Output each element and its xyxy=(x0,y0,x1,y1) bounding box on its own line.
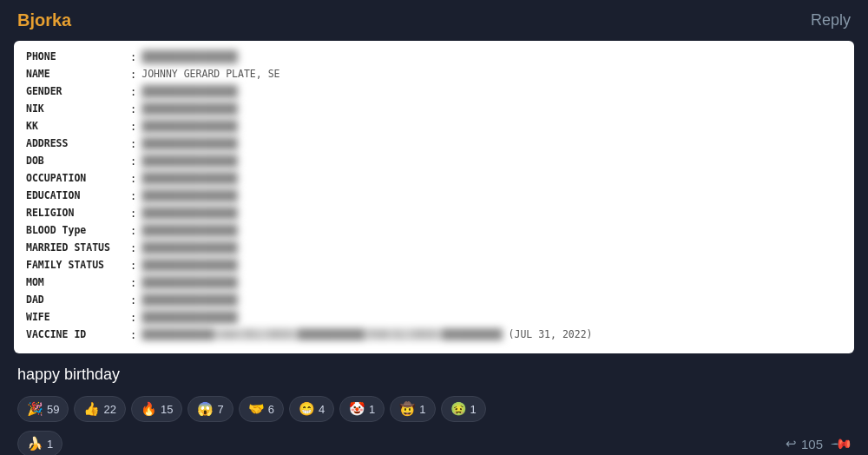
reaction-pill[interactable]: 🤠1 xyxy=(390,396,435,422)
data-row: ADDRESS:████████████████ xyxy=(26,136,842,152)
reaction-emoji: 🎉 xyxy=(27,401,43,417)
message-text: happy birthday xyxy=(0,353,868,389)
field-label: EDUCATION xyxy=(26,188,130,204)
pin-icon: 📌 xyxy=(830,432,854,455)
reaction-count: 22 xyxy=(103,403,115,416)
field-colon: : xyxy=(130,293,136,308)
reaction-emoji: 🤝 xyxy=(248,401,265,417)
field-colon: : xyxy=(130,275,136,291)
data-row: VACCINE ID:████████████ Jan 31, 2021 ███… xyxy=(26,327,842,343)
field-colon: : xyxy=(130,154,136,169)
field-value: ████████████████ xyxy=(141,258,238,274)
field-colon: : xyxy=(130,206,136,221)
banana-emoji: 🍌 xyxy=(27,436,43,452)
field-label: KK xyxy=(26,119,130,135)
field-label: BLOOD Type xyxy=(26,223,130,239)
field-value: ████████████████ xyxy=(141,154,238,169)
data-row: KK:████████████████ xyxy=(26,119,842,135)
field-value: ████████████████ xyxy=(141,102,238,117)
field-colon: : xyxy=(130,188,136,204)
data-row: DOB:████████████████ xyxy=(26,154,842,169)
reaction-pill[interactable]: 🔥15 xyxy=(131,396,182,422)
reaction-count: 7 xyxy=(217,403,223,416)
data-row: MARRIED STATUS:████████████████ xyxy=(26,241,842,256)
field-colon: : xyxy=(130,258,136,274)
banana-reaction[interactable]: 🍌1 xyxy=(17,431,62,455)
reply-button[interactable]: Reply xyxy=(811,11,851,30)
field-label: PHONE xyxy=(26,49,130,65)
field-colon: : xyxy=(130,223,136,239)
channel-title: Bjorka xyxy=(17,10,71,30)
data-row: MOM:████████████████ xyxy=(26,275,842,291)
field-label: MOM xyxy=(26,275,130,291)
field-colon: : xyxy=(130,310,136,326)
reactions-row: 🎉59👍22🔥15😱7🤝6😁4🤡1🤠1🤢1 xyxy=(0,389,868,429)
field-label: RELIGION xyxy=(26,206,130,221)
field-label: OCCUPATION xyxy=(26,171,130,187)
reply-icon: ↩ xyxy=(786,436,797,452)
reaction-emoji: 🤢 xyxy=(450,401,467,417)
field-colon: : xyxy=(130,171,136,187)
reaction-pill[interactable]: 🤢1 xyxy=(441,396,486,422)
field-label: WIFE xyxy=(26,310,130,326)
reaction-pill[interactable]: 🎉59 xyxy=(17,396,69,422)
reaction-count: 1 xyxy=(419,403,425,416)
reply-count: ↩ 105 xyxy=(786,436,823,452)
reaction-emoji: 👍 xyxy=(83,401,100,417)
data-row: BLOOD Type:████████████████ xyxy=(26,223,842,239)
field-value: ████████████████ xyxy=(141,136,238,152)
data-card: PHONE:████████████████NAME:JOHNNY GERARD… xyxy=(14,41,854,353)
reaction-count: 15 xyxy=(161,403,173,416)
field-label: MARRIED STATUS xyxy=(26,241,130,256)
field-value: JOHNNY GERARD PLATE, SE xyxy=(141,67,279,82)
field-colon: : xyxy=(130,327,136,343)
field-value: ████████████████ xyxy=(141,119,238,135)
data-row: GENDER:████████████████ xyxy=(26,84,842,100)
header: Bjorka Reply xyxy=(0,0,868,41)
field-label: VACCINE ID xyxy=(26,327,130,343)
reaction-count: 59 xyxy=(47,403,59,416)
field-colon: : xyxy=(130,49,136,65)
field-label: NIK xyxy=(26,102,130,117)
field-colon: : xyxy=(130,241,136,256)
data-row: PHONE:████████████████ xyxy=(26,49,842,65)
reaction-emoji: 🔥 xyxy=(141,401,157,417)
reaction-pill[interactable]: 🤝6 xyxy=(239,396,284,422)
data-row: DAD:████████████████ xyxy=(26,293,842,308)
data-row: NIK:████████████████ xyxy=(26,102,842,117)
reply-count-number: 105 xyxy=(801,437,823,452)
field-value: ████████████████ xyxy=(141,223,238,239)
reaction-count: 1 xyxy=(369,403,375,416)
field-label: GENDER xyxy=(26,84,130,100)
field-value: ████████████████ xyxy=(141,188,238,204)
reaction-emoji: 😁 xyxy=(299,401,315,417)
reaction-count: 6 xyxy=(268,403,274,416)
data-row: RELIGION:████████████████ xyxy=(26,206,842,221)
reaction-emoji: 😱 xyxy=(197,401,214,417)
field-value: ████████████████ xyxy=(141,171,238,187)
field-colon: : xyxy=(130,67,136,82)
field-label: FAMILY STATUS xyxy=(26,258,130,274)
field-label: ADDRESS xyxy=(26,136,130,152)
reaction-emoji: 🤠 xyxy=(399,401,416,417)
data-row: EDUCATION:████████████████ xyxy=(26,188,842,204)
field-value: ████████████ Jan 31, 2021 ███████████ Fe… xyxy=(141,327,592,343)
field-value: ████████████████ xyxy=(141,241,238,256)
reaction-pill[interactable]: 👍22 xyxy=(74,396,125,422)
field-value: ████████████████ xyxy=(141,206,238,221)
reaction-count: 4 xyxy=(319,403,325,416)
data-row: WIFE:████████████████ xyxy=(26,310,842,326)
field-value: ████████████████ xyxy=(141,310,238,326)
reaction-pill[interactable]: 😱7 xyxy=(187,396,233,422)
reaction-pill[interactable]: 😁4 xyxy=(289,396,334,422)
reaction-pill[interactable]: 🤡1 xyxy=(339,396,385,422)
field-colon: : xyxy=(130,102,136,117)
field-value: ████████████████ xyxy=(141,275,238,291)
field-label: NAME xyxy=(26,67,130,82)
footer-stats: ↩ 105 📌 xyxy=(786,436,851,452)
data-row: FAMILY STATUS:████████████████ xyxy=(26,258,842,274)
field-colon: : xyxy=(130,119,136,135)
data-row: NAME:JOHNNY GERARD PLATE, SE xyxy=(26,67,842,82)
reaction-count: 1 xyxy=(470,403,477,416)
field-value: ████████████████ xyxy=(141,293,238,308)
